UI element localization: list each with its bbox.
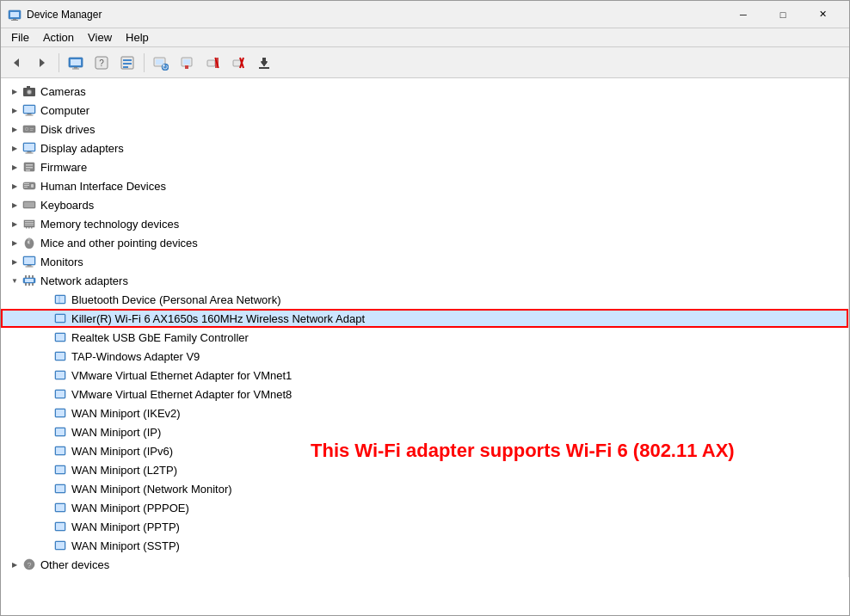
tree-item-realtek[interactable]: Realtek USB GbE Family Controller	[1, 328, 848, 347]
svg-point-38	[28, 90, 31, 94]
maximize-button[interactable]: □	[763, 1, 803, 28]
title-bar-controls: ─ □ ✕	[724, 1, 842, 28]
computer-label: Computer	[40, 104, 89, 117]
wan-pptp-icon	[52, 519, 68, 534]
svg-rect-111	[56, 485, 65, 492]
expand-cameras-icon[interactable]	[8, 84, 22, 98]
tree-item-vmware8[interactable]: VMware Virtual Ethernet Adapter for VMne…	[1, 385, 848, 403]
back-button[interactable]	[4, 51, 28, 75]
svg-rect-7	[71, 59, 81, 65]
monitors-label: Monitors	[40, 256, 83, 268]
tree-item-disk-drives[interactable]: Disk drives	[1, 120, 848, 139]
tree-item-vmware1[interactable]: VMware Virtual Ethernet Adapter for VMne…	[1, 366, 848, 385]
svg-rect-35	[259, 67, 269, 69]
wan-ip-label: WAN Miniport (IP)	[71, 426, 161, 439]
device-tree[interactable]: Cameras Computer	[1, 78, 849, 577]
other-devices-label: Other devices	[40, 558, 109, 571]
tree-item-display-adapters[interactable]: Display adapters	[1, 139, 848, 157]
expand-other-icon[interactable]	[8, 557, 22, 571]
memory-icon	[22, 216, 37, 231]
toolbar-separator-1	[59, 53, 59, 72]
close-button[interactable]: ✕	[803, 1, 842, 28]
wan-ipv6-label: WAN Miniport (IPv6)	[71, 445, 173, 458]
svg-rect-50	[24, 144, 34, 151]
resources-button[interactable]	[115, 51, 139, 75]
expand-firmware-icon[interactable]	[8, 160, 22, 174]
tree-item-wan-pppoe[interactable]: WAN Miniport (PPPOE)	[1, 498, 848, 517]
svg-rect-95	[56, 334, 65, 341]
tree-item-cameras[interactable]: Cameras	[1, 82, 848, 101]
expand-hid-icon[interactable]	[8, 179, 22, 193]
tree-item-wan-pptp[interactable]: WAN Miniport (PPTP)	[1, 517, 848, 536]
expand-network-icon[interactable]	[8, 274, 22, 287]
menu-action[interactable]: Action	[36, 29, 81, 46]
tree-item-tap[interactable]: TAP-Windows Adapter V9	[1, 347, 848, 366]
uninstall-button[interactable]	[226, 51, 250, 75]
menu-help[interactable]: Help	[119, 29, 156, 46]
wan-pptp-label: WAN Miniport (PPTP)	[71, 521, 180, 533]
tree-item-bluetooth[interactable]: Bluetooth Device (Personal Area Network)	[1, 290, 848, 309]
menu-file[interactable]: File	[4, 29, 36, 46]
minimize-button[interactable]: ─	[724, 1, 763, 28]
expand-monitors-icon[interactable]	[8, 255, 22, 268]
svg-rect-27	[233, 60, 241, 66]
svg-point-46	[26, 128, 28, 130]
wan-pppoe-icon	[52, 500, 68, 515]
wan-netmon-label: WAN Miniport (Network Monitor)	[71, 483, 232, 496]
svg-rect-72	[31, 227, 33, 229]
expand-memory-icon[interactable]	[8, 217, 22, 231]
tree-item-network-adapters[interactable]: Network adapters	[1, 271, 848, 290]
device-manager-toolbar-button[interactable]	[64, 51, 88, 75]
svg-rect-76	[28, 241, 29, 243]
vmware1-icon	[52, 367, 68, 383]
svg-rect-103	[56, 410, 65, 416]
expand-disk-icon[interactable]	[8, 122, 22, 136]
show-hidden-button[interactable]: ?	[89, 51, 114, 75]
tree-item-wan-netmon[interactable]: WAN Miniport (Network Monitor)	[1, 479, 848, 498]
mice-icon	[22, 235, 37, 250]
hid-icon	[22, 178, 37, 194]
disable-device-button[interactable]	[200, 51, 225, 75]
scan-hardware-button[interactable]: ↻	[149, 51, 173, 75]
expand-mice-icon[interactable]	[8, 236, 22, 249]
svg-rect-97	[56, 353, 65, 360]
update-driver-button[interactable]	[175, 51, 199, 75]
svg-rect-24	[207, 60, 215, 66]
tree-item-keyboards[interactable]: Keyboards	[1, 195, 848, 214]
svg-rect-64	[24, 205, 34, 206]
svg-rect-93	[56, 315, 65, 322]
tree-item-wan-sstp[interactable]: WAN Miniport (SSTP)	[1, 536, 848, 555]
tree-item-other[interactable]: ? Other devices	[1, 555, 848, 574]
tree-item-killer-wifi[interactable]: Killer(R) Wi-Fi 6 AX1650s 160MHz Wireles…	[1, 309, 848, 328]
killer-wifi-label: Killer(R) Wi-Fi 6 AX1650s 160MHz Wireles…	[71, 312, 365, 325]
download-button[interactable]	[252, 51, 276, 75]
tree-item-wan-ikev2[interactable]: WAN Miniport (IKEv2)	[1, 403, 848, 422]
tree-item-wan-ipv6[interactable]: WAN Miniport (IPv6)	[1, 441, 848, 460]
toolbar-separator-2	[144, 53, 145, 72]
wan-ip-icon	[52, 424, 68, 440]
tree-item-memory[interactable]: Memory technology devices	[1, 214, 848, 233]
svg-rect-47	[30, 128, 34, 129]
cameras-label: Cameras	[40, 85, 86, 98]
tree-item-computer[interactable]: Computer	[1, 101, 848, 120]
tree-item-wan-l2tp[interactable]: WAN Miniport (L2TP)	[1, 460, 848, 479]
expand-display-icon[interactable]	[8, 141, 22, 155]
tree-item-monitors[interactable]: Monitors	[1, 252, 848, 271]
menu-view[interactable]: View	[81, 29, 119, 46]
tree-item-hid[interactable]: Human Interface Devices	[1, 176, 848, 195]
svg-rect-23	[185, 65, 188, 67]
svg-rect-113	[56, 504, 65, 511]
tree-item-firmware[interactable]: Firmware	[1, 157, 848, 176]
svg-rect-79	[28, 265, 32, 267]
wan-sstp-icon	[52, 538, 68, 553]
tree-item-wan-ip[interactable]: WAN Miniport (IP)	[1, 422, 848, 441]
svg-rect-117	[56, 542, 65, 549]
disk-drives-icon	[22, 121, 37, 137]
svg-rect-88	[32, 283, 34, 286]
tree-item-mice[interactable]: Mice and other pointing devices	[1, 233, 848, 252]
forward-button[interactable]	[30, 51, 54, 75]
realtek-icon	[52, 330, 68, 345]
expand-keyboards-icon[interactable]	[8, 198, 22, 212]
svg-rect-105	[56, 428, 65, 435]
expand-computer-icon[interactable]	[8, 103, 22, 117]
